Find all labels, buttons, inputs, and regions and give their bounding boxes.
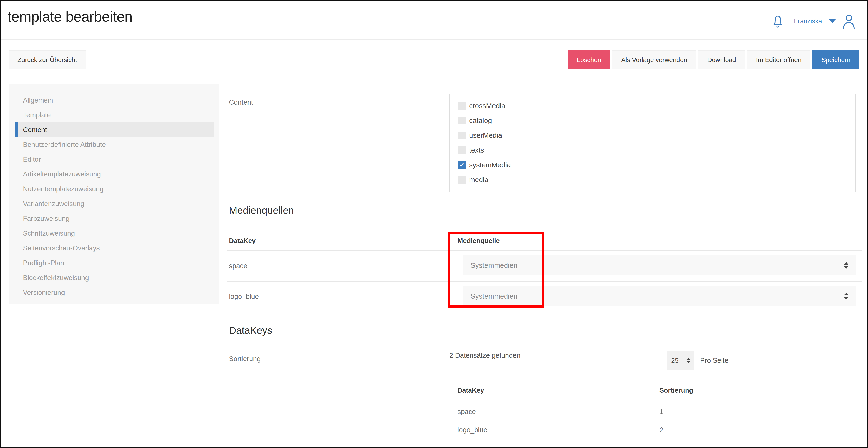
checkbox-label: crossMedia [469,102,505,110]
sidebar-item-content[interactable]: Content [15,122,214,137]
notifications-button[interactable] [772,13,783,29]
section-divider [227,340,862,340]
checkbox-texts[interactable]: ✓ [458,147,466,154]
updown-stepper-icon [687,358,690,363]
open-in-editor-button[interactable]: Im Editor öffnen [747,51,810,69]
sidebar-item-benutzerdefinierte-attribute[interactable]: Benutzerdefinierte Attribute [15,137,214,152]
download-button[interactable]: Download [698,51,745,69]
checkbox-row-texts: ✓ texts [458,143,855,157]
per-page-label: Pro Seite [700,357,728,364]
table-header-divider [227,250,862,251]
medienquelle-select-space[interactable]: Systemmedien [463,255,856,275]
updown-stepper-icon [844,262,848,269]
back-to-overview-button[interactable]: Zurück zur Übersicht [8,51,86,69]
medienquelle-select-logo-blue[interactable]: Systemmedien [463,286,856,306]
datakeys-section-title: DataKeys [229,325,272,336]
delete-button[interactable]: Löschen [568,51,610,69]
checkbox-row-systemmedia: ✓ systemMedia [458,157,855,172]
datakeys-col-datakey: DataKey [458,387,484,394]
checkbox-row-catalog: ✓ catalog [458,113,855,128]
checkbox-label: media [469,176,489,184]
save-button[interactable]: Speichern [812,51,860,69]
checkbox-crossmedia[interactable]: ✓ [458,102,466,110]
settings-sidebar: Allgemein Template Content Benutzerdefin… [8,84,218,304]
checkbox-row-usermedia: ✓ userMedia [458,128,855,143]
medienquellen-col-datakey: DataKey [229,237,256,245]
toolbar: Zurück zur Übersicht Löschen Als Vorlage… [1,39,867,72]
user-menu[interactable]: Franziska [794,18,836,25]
screenshot-frame: template bearbeiten Franziska Zurück [0,0,868,448]
sidebar-item-blockeffektzuweisung[interactable]: Blockeffektzuweisung [15,270,214,285]
user-name: Franziska [794,18,822,25]
use-as-template-button[interactable]: Als Vorlage verwenden [612,51,696,69]
sidebar-item-artikeltemplatezuweisung[interactable]: Artikeltemplatezuweisung [15,167,214,181]
checkbox-label: texts [469,146,484,154]
header-actions: Franziska [772,12,856,31]
checkbox-usermedia[interactable]: ✓ [458,132,466,139]
select-value: Systemmedien [470,292,844,300]
bell-icon [772,13,783,29]
checkbox-row-crossmedia: ✓ crossMedia [458,98,855,113]
medienquellen-col-medienquelle: Medienquelle [458,237,500,245]
table-header-divider [449,400,862,400]
updown-stepper-icon [844,293,848,300]
sidebar-item-seitenvorschau-overlays[interactable]: Seitenvorschau-Overlays [15,241,214,256]
sidebar-item-allgemein[interactable]: Allgemein [15,93,214,108]
sidebar-item-variantenzuweisung[interactable]: Variantenzuweisung [15,196,214,211]
checkbox-media[interactable]: ✓ [458,176,466,184]
datakeys-row-sortierung: 2 [659,426,663,434]
content-field-label: Content [229,98,253,106]
table-row-divider [227,281,862,282]
sidebar-item-editor[interactable]: Editor [15,152,214,167]
page-size-select[interactable]: 25 [668,351,694,370]
datakeys-col-sortierung: Sortierung [659,387,693,394]
medienquellen-row-datakey: space [229,262,247,270]
main-content: Content ✓ crossMedia ✓ catalog ✓ userMed… [229,94,862,448]
sidebar-item-template[interactable]: Template [15,108,214,122]
content-checkbox-panel: ✓ crossMedia ✓ catalog ✓ userMedia ✓ tex… [449,94,856,192]
checkbox-catalog[interactable]: ✓ [458,117,466,124]
datakeys-row-datakey: logo_blue [458,426,487,434]
select-value: Systemmedien [470,261,844,269]
content-checkbox-list: ✓ crossMedia ✓ catalog ✓ userMedia ✓ tex… [450,94,855,187]
datakeys-row-sortierung: 1 [659,408,663,416]
datakeys-row-datakey: space [458,408,476,416]
caret-down-icon [829,19,836,23]
results-count-text: 2 Datensätze gefunden [449,352,520,359]
sidebar-item-nutzentemplatezuweisung[interactable]: Nutzentemplatezuweisung [15,181,214,196]
check-icon: ✓ [459,162,465,168]
checkbox-label: userMedia [469,131,502,140]
checkbox-systemmedia[interactable]: ✓ [458,161,466,169]
page-header: template bearbeiten Franziska [1,1,867,39]
page-title: template bearbeiten [7,8,132,25]
medienquellen-row-datakey: logo_blue [229,293,259,300]
avatar[interactable] [842,13,856,29]
checkbox-label: systemMedia [469,161,511,169]
checkbox-label: catalog [469,117,492,125]
toolbar-actions: Löschen Als Vorlage verwenden Download I… [568,51,860,69]
sidebar-item-farbzuweisung[interactable]: Farbzuweisung [15,211,214,226]
user-icon [842,13,856,29]
page-size-value: 25 [671,357,679,364]
sidebar-item-preflight-plan[interactable]: Preflight-Plan [15,256,214,270]
medienquellen-section-title: Medienquellen [229,205,294,216]
section-divider [227,222,862,222]
sortierung-field-label: Sortierung [229,355,260,363]
sidebar-item-schriftzuweisung[interactable]: Schriftzuweisung [15,226,214,241]
sidebar-item-versionierung[interactable]: Versionierung [15,285,214,300]
checkbox-row-media: ✓ media [458,172,855,187]
table-row-divider [449,420,862,420]
